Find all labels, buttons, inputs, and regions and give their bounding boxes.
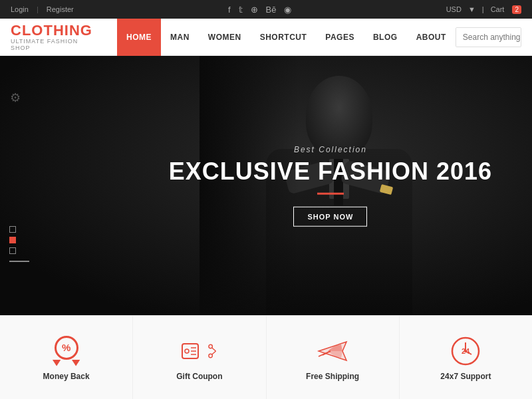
hero-content: Best Collection EXCLUSIVE FASHION 2016 S… xyxy=(169,145,492,227)
gift-coupon-label: Gift Coupon xyxy=(176,372,222,381)
behance-icon[interactable]: Bē xyxy=(266,5,277,15)
cart-link[interactable]: Cart xyxy=(491,5,505,13)
support-icon: 24 xyxy=(449,334,482,368)
slide-dot-2[interactable] xyxy=(9,237,16,243)
search-input[interactable] xyxy=(456,28,521,47)
hero-section: ⚙ Best Collection EXCLUSIVE FASHION 2016… xyxy=(0,56,532,315)
logo: CLOTHING Ultimate Fashion Shop xyxy=(11,23,97,51)
svg-line-9 xyxy=(212,348,216,351)
top-bar-right: USD ▼ | Cart 2 xyxy=(446,5,521,14)
coupon-tag-icon xyxy=(182,343,204,359)
shop-now-button[interactable]: SHOP NOW xyxy=(293,206,367,226)
top-bar: Login | Register f 𝕥 ⊕ Bē ◉ USD ▼ | Cart… xyxy=(0,0,532,19)
scissors-icon xyxy=(207,344,217,358)
nav-women[interactable]: WOMEN xyxy=(199,19,251,56)
google-icon[interactable]: ⊕ xyxy=(251,5,258,15)
svg-point-8 xyxy=(209,354,213,358)
nav-about[interactable]: ABOUT xyxy=(407,19,456,56)
hero-subtitle: Best Collection xyxy=(169,145,492,154)
money-back-icon: % xyxy=(50,334,83,368)
feature-support: 24 24x7 Support xyxy=(400,316,532,399)
logo-red: ING xyxy=(65,22,92,39)
slide-dot-3[interactable] xyxy=(9,247,16,254)
svg-point-7 xyxy=(209,344,213,348)
slide-dot-1[interactable] xyxy=(9,226,16,233)
svg-line-10 xyxy=(212,351,216,354)
separator: | xyxy=(37,5,39,13)
logo-text: CLOTHING xyxy=(11,23,97,38)
top-bar-left: Login | Register xyxy=(11,5,74,13)
facebook-icon[interactable]: f xyxy=(228,5,231,15)
nav-blog[interactable]: BLOG xyxy=(364,19,407,56)
slide-indicators xyxy=(9,226,29,262)
svg-text:24: 24 xyxy=(462,347,470,355)
money-back-label: Money Back xyxy=(43,372,90,381)
rss-icon[interactable]: ◉ xyxy=(284,5,291,15)
feature-money-back: % Money Back xyxy=(0,316,133,399)
plane-icon xyxy=(317,339,348,363)
currency-dropdown-icon[interactable]: ▼ xyxy=(468,5,475,13)
features-section: % Money Back xyxy=(0,315,532,399)
support-clock-icon: 24 xyxy=(450,336,481,366)
svg-point-3 xyxy=(185,349,189,353)
slide-line xyxy=(9,261,29,262)
main-navigation: CLOTHING Ultimate Fashion Shop HOME MAN … xyxy=(0,19,532,56)
nav-man[interactable]: MAN xyxy=(161,19,199,56)
feature-free-shipping: Free Shipping xyxy=(267,316,400,399)
twitter-icon[interactable]: 𝕥 xyxy=(239,5,243,15)
nav-pages[interactable]: PAGES xyxy=(316,19,364,56)
nav-links: HOME MAN WOMEN SHORTCUT PAGES BLOG ABOUT xyxy=(117,19,456,56)
gift-coupon-icon xyxy=(183,334,216,368)
settings-icon[interactable]: ⚙ xyxy=(7,89,24,106)
logo-black: CLOTH xyxy=(11,22,65,39)
separator2: | xyxy=(482,5,484,13)
logo-subtitle: Ultimate Fashion Shop xyxy=(11,38,97,51)
register-link[interactable]: Register xyxy=(47,5,74,13)
social-icons: f 𝕥 ⊕ Bē ◉ xyxy=(228,5,292,15)
search-box xyxy=(456,27,521,47)
hero-divider xyxy=(317,192,344,194)
hero-title: EXCLUSIVE FASHION 2016 xyxy=(169,158,492,185)
free-shipping-label: Free Shipping xyxy=(306,372,359,381)
support-label: 24x7 Support xyxy=(440,372,491,381)
free-shipping-icon xyxy=(316,334,349,368)
feature-gift-coupon: Gift Coupon xyxy=(133,316,266,399)
currency-selector[interactable]: USD xyxy=(446,5,462,13)
cart-badge: 2 xyxy=(512,5,521,14)
nav-shortcut[interactable]: SHORTCUT xyxy=(251,19,317,56)
login-link[interactable]: Login xyxy=(11,5,29,13)
nav-home[interactable]: HOME xyxy=(117,19,161,56)
